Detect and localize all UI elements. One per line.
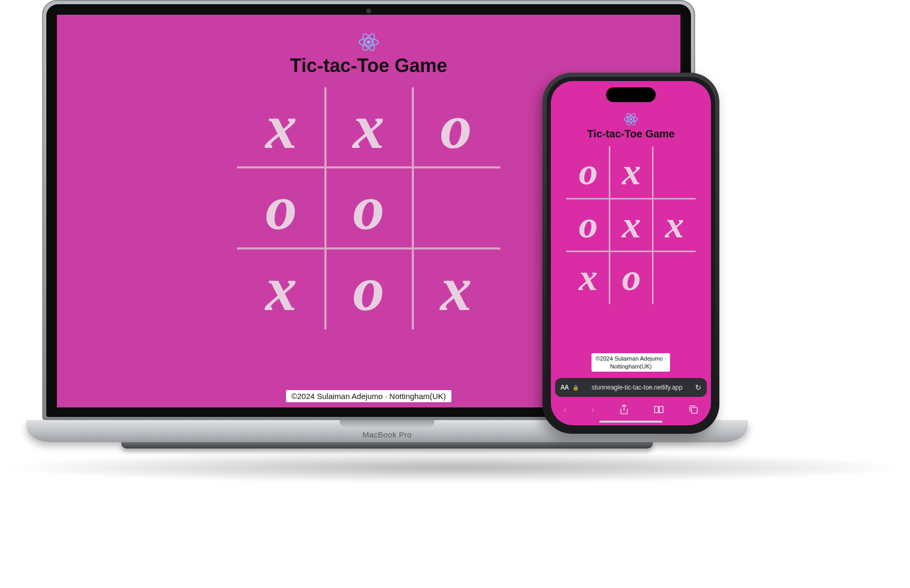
footer-line-2: Nottingham(UK) (610, 363, 652, 370)
svg-point-7 (630, 118, 632, 120)
cell-8[interactable] (654, 252, 696, 303)
react-logo-icon (624, 113, 638, 126)
game-app-phone: Tic-tac-Toe Game o x o x x x o (551, 81, 711, 375)
lock-icon: 🔒 (572, 385, 579, 391)
react-logo-icon (358, 33, 379, 52)
share-button[interactable] (619, 404, 629, 415)
page-url: stunneagle-tic-tac-toe.netlify.app (583, 384, 691, 391)
macbook-camera (367, 9, 371, 13)
cell-8[interactable]: x (414, 250, 498, 328)
cell-1[interactable]: x (610, 146, 652, 197)
iphone-device: Tic-tac-Toe Game o x o x x x o (542, 73, 719, 434)
svg-point-3 (367, 41, 370, 44)
safari-toolbar: ‹ › (551, 399, 711, 420)
footer-credit: ©2024 Sulaiman Adejumo · Nottingham(UK) (591, 353, 670, 372)
cell-2[interactable] (654, 146, 696, 197)
iphone-screen: Tic-tac-Toe Game o x o x x x o (551, 81, 711, 425)
cell-7[interactable]: o (610, 252, 652, 303)
home-indicator[interactable] (599, 421, 662, 423)
cell-4[interactable]: o (327, 168, 411, 247)
tabs-button[interactable] (689, 405, 698, 414)
safari-address-bar[interactable]: AA 🔒 stunneagle-tic-tac-toe.netlify.app … (555, 378, 707, 397)
reload-icon[interactable]: ↻ (695, 383, 701, 392)
svg-rect-8 (691, 407, 697, 413)
iphone-frame: Tic-tac-Toe Game o x o x x x o (547, 77, 715, 430)
cell-7[interactable]: o (327, 250, 411, 328)
cell-5[interactable]: x (654, 200, 696, 250)
cell-0[interactable]: x (239, 87, 323, 166)
cell-6[interactable]: x (567, 252, 609, 303)
forward-button[interactable]: › (591, 404, 595, 415)
macbook-trackpad-notch (340, 420, 434, 427)
text-size-button[interactable]: AA (560, 384, 568, 391)
cell-3[interactable]: o (567, 200, 609, 250)
cell-1[interactable]: x (327, 87, 411, 166)
cell-5[interactable] (414, 168, 498, 247)
back-button[interactable]: ‹ (563, 404, 567, 415)
game-title: Tic-tac-Toe Game (587, 128, 675, 140)
cell-6[interactable]: x (239, 250, 323, 328)
game-board: x x o o o x o x (237, 87, 500, 330)
game-board: o x o x x x o (566, 146, 696, 304)
cell-4[interactable]: x (610, 200, 652, 250)
game-title: Tic-tac-Toe Game (290, 55, 448, 77)
macbook-foot (121, 442, 653, 449)
dynamic-island (606, 87, 656, 102)
cell-0[interactable]: o (567, 146, 609, 197)
footer-line-1: ©2024 Sulaiman Adejumo · (596, 355, 666, 362)
cell-2[interactable]: o (414, 87, 498, 166)
cell-3[interactable]: o (239, 168, 323, 247)
bookmarks-button[interactable] (654, 405, 664, 414)
footer-credit: ©2024 Sulaiman Adejumo · Nottingham(UK) (286, 390, 451, 402)
